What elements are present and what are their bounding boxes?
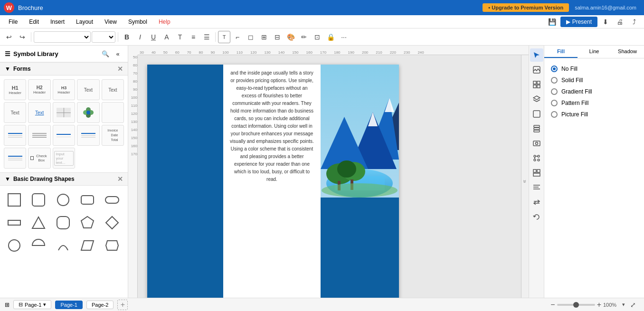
- underline-button[interactable]: U: [147, 31, 160, 43]
- form-lines-1[interactable]: [4, 125, 26, 146]
- pen-btn[interactable]: ✏: [298, 31, 310, 43]
- shape-arc[interactable]: [53, 235, 74, 256]
- tab-shadow[interactable]: Shadow: [611, 46, 644, 58]
- shape-circle[interactable]: [53, 189, 74, 210]
- shape-button[interactable]: ◻: [245, 31, 257, 43]
- fill-option-gradient[interactable]: Gradient Fill: [549, 86, 639, 97]
- connector-button[interactable]: ⌐: [231, 31, 244, 43]
- menu-layout[interactable]: Layout: [71, 18, 98, 26]
- upgrade-button[interactable]: Upgrade to Premium Version: [483, 3, 569, 12]
- form-text-3[interactable]: Text: [4, 102, 26, 123]
- zoom-slider-thumb[interactable]: [573, 302, 579, 308]
- shapes-close-icon[interactable]: ✕: [117, 175, 123, 183]
- fill-option-picture[interactable]: Picture Fill: [549, 109, 639, 120]
- tool-layers[interactable]: [530, 93, 543, 106]
- list-button[interactable]: ☰: [200, 31, 213, 43]
- shape-square[interactable]: [4, 189, 25, 210]
- page-tab-1-active[interactable]: Page-1: [55, 301, 82, 309]
- sidebar-search-icon[interactable]: 🔍: [100, 48, 111, 59]
- lock-btn[interactable]: 🔒: [324, 31, 337, 43]
- zoom-chevron[interactable]: ▾: [622, 302, 625, 308]
- print-btn[interactable]: 🖨: [614, 16, 626, 28]
- tool-connect[interactable]: [530, 151, 543, 165]
- shape-parallelogram[interactable]: [77, 235, 98, 256]
- menu-insert[interactable]: Insert: [46, 18, 69, 26]
- shapes-section-header[interactable]: ▼ Basic Drawing Shapes ✕: [0, 172, 128, 186]
- italic-button[interactable]: I: [134, 31, 146, 43]
- form-lines-3[interactable]: [4, 148, 26, 169]
- share-btn[interactable]: ⤴: [628, 16, 640, 28]
- tool-image-insert[interactable]: [530, 63, 543, 76]
- tool-text-wrap[interactable]: [530, 181, 543, 194]
- form-h3[interactable]: H3Header: [53, 79, 75, 100]
- tool-swap[interactable]: [530, 196, 543, 209]
- fill-option-pattern[interactable]: Pattern Fill: [549, 97, 639, 109]
- form-h1[interactable]: H1Header: [4, 79, 26, 100]
- text-style-button[interactable]: T: [174, 31, 186, 43]
- radio-pattern-fill[interactable]: [551, 100, 558, 106]
- menu-file[interactable]: File: [4, 18, 22, 26]
- canvas-expand-handle[interactable]: »: [521, 55, 529, 298]
- fill-option-solid[interactable]: Solid Fill: [549, 75, 639, 86]
- middle-panel[interactable]: and the inside page usually tells a stor…: [223, 65, 321, 298]
- tool-history[interactable]: [530, 210, 543, 224]
- sidebar-collapse-icon[interactable]: «: [113, 48, 123, 59]
- shape-triangle[interactable]: [28, 212, 49, 233]
- form-flower[interactable]: [77, 102, 99, 123]
- menu-edit[interactable]: Edit: [24, 18, 44, 26]
- form-text-link[interactable]: Text: [28, 102, 50, 123]
- shape-diamond[interactable]: [102, 212, 123, 233]
- tab-line[interactable]: Line: [578, 46, 611, 58]
- shape-pentagon[interactable]: [77, 212, 98, 233]
- bold-button[interactable]: B: [121, 31, 133, 43]
- tool-crop[interactable]: [530, 107, 543, 121]
- shape-circle-outline[interactable]: [4, 235, 25, 256]
- menu-view[interactable]: View: [100, 18, 122, 26]
- zoom-out-button[interactable]: −: [550, 301, 555, 309]
- align-obj-button[interactable]: ⊟: [271, 31, 284, 43]
- tool-stack[interactable]: [530, 122, 543, 135]
- download-btn[interactable]: ⬇: [599, 16, 612, 28]
- forms-close-icon[interactable]: ✕: [117, 65, 123, 73]
- menu-help[interactable]: Help: [154, 18, 175, 26]
- form-input[interactable]: Input your text...: [53, 148, 75, 169]
- add-page-button[interactable]: +: [117, 300, 128, 310]
- shape-other[interactable]: [102, 235, 123, 256]
- form-table[interactable]: [53, 102, 75, 123]
- redo-button[interactable]: ↪: [16, 31, 28, 43]
- form-h2[interactable]: H2Header: [28, 79, 50, 100]
- radio-solid-fill[interactable]: [551, 77, 558, 84]
- fill-option-none[interactable]: No Fill: [549, 63, 639, 75]
- page-overview-icon[interactable]: ⊞: [5, 302, 9, 308]
- page-1-chevron[interactable]: ▾: [43, 302, 46, 308]
- border-btn[interactable]: ⊡: [311, 31, 323, 43]
- radio-picture-fill[interactable]: [551, 111, 558, 118]
- image-button[interactable]: ⊞: [258, 31, 270, 43]
- tool-photo[interactable]: [530, 137, 543, 150]
- fullscreen-button[interactable]: ⤢: [627, 299, 639, 311]
- form-invoice[interactable]: Invoice Date Total: [102, 125, 124, 146]
- shape-rounded-corner-rect[interactable]: [53, 212, 74, 233]
- form-checkbox[interactable]: Check Box: [28, 148, 50, 169]
- form-card[interactable]: [102, 102, 124, 123]
- zoom-in-button[interactable]: +: [597, 301, 601, 309]
- present-button[interactable]: ▶ Present: [560, 17, 597, 27]
- font-size-select[interactable]: [92, 31, 115, 43]
- tool-arrow[interactable]: [530, 48, 543, 62]
- tool-table-layout[interactable]: [530, 166, 543, 179]
- undo-button[interactable]: ↩: [3, 31, 15, 43]
- more-btn[interactable]: ···: [338, 31, 350, 43]
- save-icon-btn[interactable]: 💾: [546, 16, 559, 28]
- form-lines-2[interactable]: [28, 125, 50, 146]
- form-text-1[interactable]: Text: [77, 79, 99, 100]
- menu-symbol[interactable]: Symbol: [123, 18, 152, 26]
- shape-thin-rect[interactable]: [4, 212, 25, 233]
- font-color-button[interactable]: A: [161, 31, 173, 43]
- tab-fill[interactable]: Fill: [544, 46, 578, 58]
- text-tool-button[interactable]: T: [218, 31, 230, 43]
- form-lines-blue[interactable]: [77, 125, 99, 146]
- radio-no-fill[interactable]: [551, 66, 558, 72]
- tool-grid[interactable]: [530, 78, 543, 91]
- forms-section-header[interactable]: ▼ Forms ✕: [0, 62, 128, 75]
- canvas-area[interactable]: 30 40 50 60 70 80 90 100 110 120 130 140…: [128, 46, 529, 298]
